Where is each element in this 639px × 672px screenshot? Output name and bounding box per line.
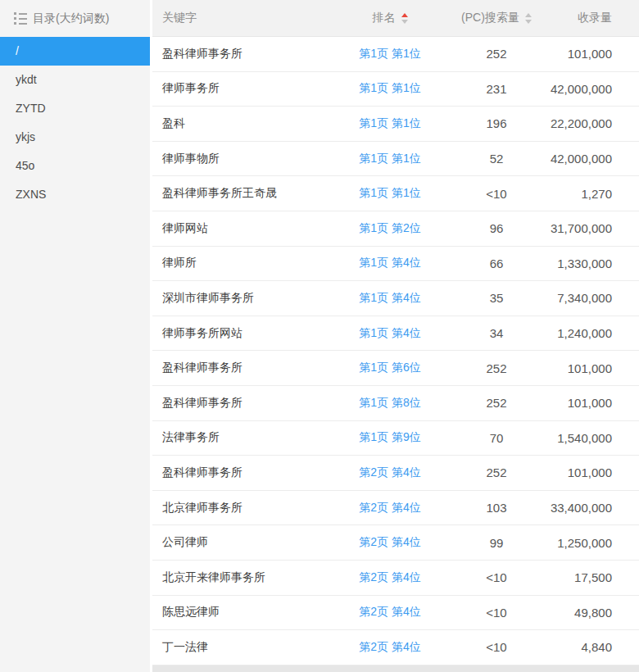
sidebar-item-list: /ykdtZYTDykjs45oZXNS: [0, 37, 150, 209]
sidebar-item-ykdt[interactable]: ykdt: [0, 66, 150, 94]
sidebar-item-ykjs[interactable]: ykjs: [0, 123, 150, 152]
pc-search-volume-cell: 70: [455, 431, 537, 445]
column-header-index-label: 收录量: [578, 11, 612, 24]
index-volume-cell: 101,000: [537, 47, 639, 61]
sort-up-arrow-icon: [401, 13, 408, 17]
column-header-rank[interactable]: 排名: [324, 11, 455, 25]
rank-cell: 第1页 第4位: [324, 291, 455, 306]
rank-cell: 第1页 第1位: [324, 152, 455, 166]
sidebar-header: 目录(大约词数): [0, 0, 150, 37]
rank-cell: 第2页 第4位: [324, 535, 455, 550]
rank-link[interactable]: 第2页 第4位: [359, 535, 420, 548]
index-volume-cell: 22,200,000: [537, 116, 639, 130]
sort-icon-rank[interactable]: [401, 13, 408, 24]
keyword-cell: 律师事务所网站: [152, 326, 324, 341]
sort-down-arrow-icon: [525, 20, 532, 24]
table-row: 深圳市律师事务所 第1页 第4位 35 7,340,000: [152, 281, 639, 316]
rank-cell: 第1页 第8位: [324, 396, 455, 411]
rank-link[interactable]: 第2页 第4位: [359, 501, 420, 514]
rank-cell: 第1页 第2位: [324, 221, 455, 236]
index-volume-cell: 17,500: [537, 570, 639, 584]
pc-search-volume-cell: 35: [455, 291, 537, 305]
table-row: 盈科律师事务所 第1页 第8位 252 101,000: [152, 386, 639, 421]
pc-search-volume-cell: <10: [455, 640, 537, 654]
rank-cell: 第2页 第4位: [324, 605, 455, 620]
pc-search-volume-cell: 252: [455, 465, 537, 479]
keyword-cell: 丁一法律: [152, 640, 324, 655]
keyword-cell: 律师事务所: [152, 81, 324, 96]
rank-link[interactable]: 第2页 第4位: [359, 465, 420, 479]
rank-cell: 第2页 第4位: [324, 640, 455, 655]
rank-link[interactable]: 第2页 第4位: [359, 640, 420, 653]
table-row: 律师所 第1页 第4位 66 1,330,000: [152, 247, 639, 282]
pc-search-volume-cell: 252: [455, 396, 537, 410]
keyword-cell: 陈思远律师: [152, 605, 324, 620]
index-volume-cell: 42,000,000: [537, 82, 639, 96]
pc-search-volume-cell: 252: [455, 361, 537, 375]
rank-link[interactable]: 第1页 第1位: [359, 152, 420, 165]
rank-cell: 第2页 第4位: [324, 501, 455, 515]
keyword-cell: 律师网站: [152, 221, 324, 236]
column-header-keyword-label: 关键字: [162, 11, 197, 24]
rank-link[interactable]: 第1页 第9位: [359, 430, 420, 443]
keyword-cell: 深圳市律师事务所: [152, 291, 324, 306]
table-row: 律师网站 第1页 第2位 96 31,700,000: [152, 211, 639, 247]
rank-cell: 第1页 第1位: [324, 116, 455, 131]
pc-search-volume-cell: 96: [455, 221, 537, 235]
table-header-row: 关键字 排名 (PC)搜索量: [152, 0, 639, 37]
rank-link[interactable]: 第1页 第6位: [359, 361, 420, 374]
rank-cell: 第1页 第1位: [324, 186, 455, 201]
table-row: 盈科律师事务所 第1页 第1位 252 101,000: [152, 37, 639, 72]
index-volume-cell: 42,000,000: [537, 152, 639, 166]
rank-link[interactable]: 第1页 第1位: [359, 116, 420, 129]
sidebar-item-45o[interactable]: 45o: [0, 152, 150, 180]
sidebar-item-ZXNS[interactable]: ZXNS: [0, 180, 150, 209]
index-volume-cell: 1,540,000: [537, 431, 639, 445]
rank-link[interactable]: 第2页 第4位: [359, 605, 420, 618]
keyword-cell: 北京律师事务所: [152, 501, 324, 515]
app-window: 目录(大约词数) /ykdtZYTDykjs45oZXNS 关键字 排名 (: [0, 0, 639, 672]
sort-icon-pc-search-volume[interactable]: [525, 13, 532, 24]
table-row: 律师事务所网站 第1页 第4位 34 1,240,000: [152, 316, 639, 352]
table-row: 盈科律师事务所王奇晟 第1页 第1位 <10 1,270: [152, 176, 639, 211]
keyword-cell: 盈科律师事务所: [152, 361, 324, 375]
rank-link[interactable]: 第1页 第1位: [359, 47, 420, 60]
table-row: 丁一法律 第2页 第4位 <10 4,840: [152, 630, 639, 665]
rank-link[interactable]: 第1页 第4位: [359, 291, 420, 304]
rank-link[interactable]: 第1页 第4位: [359, 256, 420, 269]
column-header-index-volume: 收录量: [537, 11, 639, 25]
table-body: 盈科律师事务所 第1页 第1位 252 101,000 律师事务所 第1页 第1…: [152, 37, 639, 665]
keyword-cell: 法律事务所: [152, 430, 324, 445]
pc-search-volume-cell: 252: [455, 47, 537, 61]
keyword-cell: 盈科: [152, 116, 324, 131]
keyword-cell: 盈科律师事务所: [152, 396, 324, 411]
column-header-pc-label: (PC)搜索量: [461, 11, 519, 25]
index-volume-cell: 1,240,000: [537, 326, 639, 340]
keyword-table: 关键字 排名 (PC)搜索量: [152, 0, 639, 672]
table-bottom-strip: [152, 665, 639, 672]
column-header-rank-label: 排名: [373, 11, 396, 25]
rank-cell: 第1页 第9位: [324, 430, 455, 445]
column-header-pc-search-volume[interactable]: (PC)搜索量: [455, 11, 537, 25]
rank-link[interactable]: 第1页 第8位: [359, 396, 420, 409]
sort-down-arrow-icon: [401, 20, 408, 24]
rank-link[interactable]: 第1页 第1位: [359, 81, 420, 94]
index-volume-cell: 31,700,000: [537, 221, 639, 235]
keyword-cell: 律师所: [152, 256, 324, 270]
pc-search-volume-cell: <10: [455, 187, 537, 201]
rank-cell: 第2页 第4位: [324, 570, 455, 585]
rank-cell: 第1页 第1位: [324, 47, 455, 61]
table-row: 陈思远律师 第2页 第4位 <10 49,800: [152, 596, 639, 631]
index-volume-cell: 1,270: [537, 187, 639, 201]
rank-link[interactable]: 第1页 第1位: [359, 186, 420, 199]
rank-link[interactable]: 第1页 第4位: [359, 326, 420, 339]
sort-up-arrow-icon: [525, 13, 532, 17]
sidebar-item-ZYTD[interactable]: ZYTD: [0, 94, 150, 123]
rank-link[interactable]: 第1页 第2位: [359, 221, 420, 234]
rank-cell: 第1页 第6位: [324, 361, 455, 375]
keyword-cell: 盈科律师事务所王奇晟: [152, 186, 324, 201]
list-icon: [14, 12, 27, 25]
rank-link[interactable]: 第2页 第4位: [359, 570, 420, 583]
keyword-cell: 公司律师: [152, 535, 324, 550]
sidebar-item-root[interactable]: /: [0, 37, 150, 66]
